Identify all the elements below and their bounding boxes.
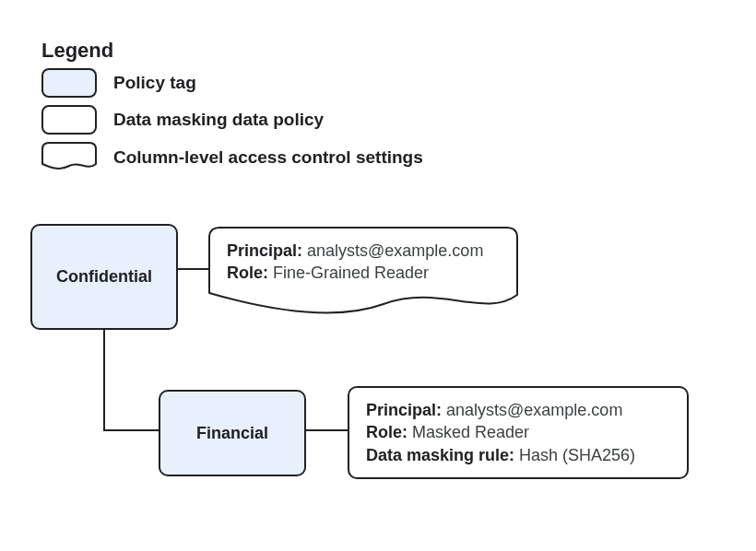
connector-vertical-confidential-to-financial <box>103 330 105 431</box>
policy-tag-confidential-label: Confidential <box>49 267 159 287</box>
legend-swatch-column-access <box>41 142 97 173</box>
confidential-principal-value: analysts@example.com <box>302 241 483 260</box>
financial-rule-label: Data masking rule: <box>366 446 514 464</box>
financial-role-value: Masked Reader <box>408 423 529 441</box>
legend-row-data-masking: Data masking data policy <box>41 105 324 135</box>
legend-row-policy-tag: Policy tag <box>41 68 196 98</box>
column-access-note-confidential-content: Principal: analysts@example.com Role: Fi… <box>227 240 483 285</box>
legend-row-column-access: Column-level access control settings <box>41 142 423 173</box>
diagram-canvas: Legend Policy tag Data masking data poli… <box>0 0 756 551</box>
policy-tag-confidential: Confidential <box>30 224 178 330</box>
policy-tag-financial-label: Financial <box>189 424 276 443</box>
confidential-principal-label: Principal: <box>227 241 302 260</box>
legend-label-policy-tag: Policy tag <box>113 73 196 93</box>
confidential-role-label: Role: <box>227 264 268 282</box>
connector-confidential-to-detail <box>178 268 208 270</box>
data-masking-panel-financial: Principal: analysts@example.com Role: Ma… <box>348 386 689 479</box>
policy-tag-financial: Financial <box>159 390 306 476</box>
legend-label-data-masking: Data masking data policy <box>113 110 324 130</box>
connector-horizontal-to-financial <box>103 429 159 431</box>
legend-label-column-access: Column-level access control settings <box>113 147 423 168</box>
legend-title: Legend <box>41 39 113 63</box>
connector-financial-to-detail <box>306 429 348 431</box>
financial-principal-label: Principal: <box>366 401 442 419</box>
confidential-role-value: Fine-Grained Reader <box>268 264 429 282</box>
financial-rule-value: Hash (SHA256) <box>514 446 635 464</box>
legend-swatch-policy-tag <box>41 68 97 98</box>
legend-swatch-data-masking <box>41 105 97 135</box>
financial-principal-value: analysts@example.com <box>442 401 622 419</box>
financial-role-label: Role: <box>366 423 408 441</box>
